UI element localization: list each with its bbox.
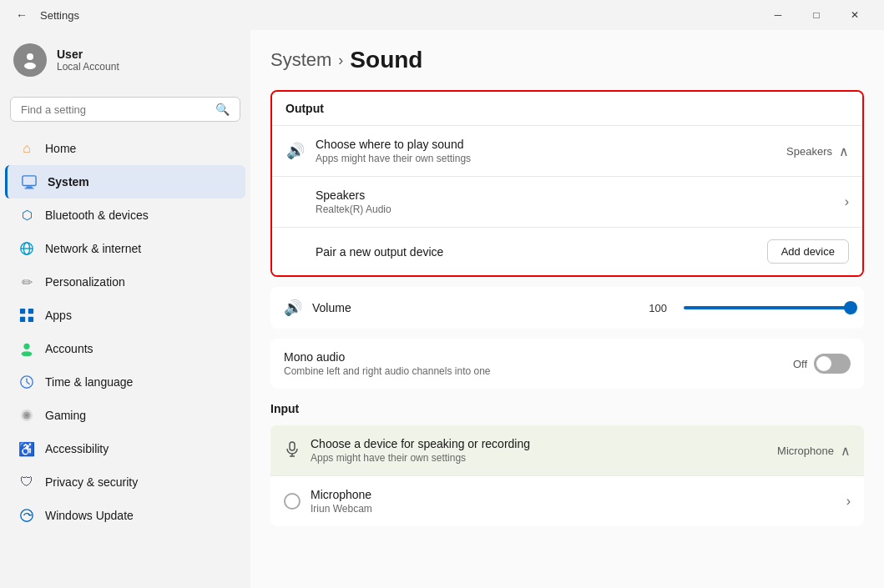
home-icon: ⌂: [18, 140, 35, 157]
breadcrumb-current: Sound: [350, 47, 422, 73]
svg-rect-11: [28, 317, 33, 322]
svg-line-16: [27, 382, 30, 384]
svg-rect-10: [20, 317, 25, 322]
mono-audio-section: Mono audio Combine left and right audio …: [270, 339, 864, 389]
svg-rect-4: [25, 188, 34, 188]
mic-circle-icon: [284, 493, 301, 510]
gaming-icon: [18, 407, 35, 424]
time-icon: [18, 374, 35, 390]
svg-point-0: [27, 53, 33, 60]
sidebar-label-accessibility: Accessibility: [45, 442, 109, 455]
volume-icon: 🔊: [284, 299, 302, 317]
search-icon: 🔍: [215, 103, 230, 116]
sidebar-item-accounts[interactable]: Accounts: [5, 332, 245, 365]
close-button[interactable]: ✕: [836, 2, 874, 28]
mono-toggle[interactable]: [814, 354, 851, 374]
volume-value: 100: [649, 302, 667, 314]
sidebar-item-privacy[interactable]: 🛡 Privacy & security: [5, 465, 245, 499]
speakers-row[interactable]: Speakers Realtek(R) Audio ›: [272, 176, 862, 227]
choose-input-title: Choose a device for speaking or recordin…: [311, 437, 767, 450]
sidebar-label-bluetooth: Bluetooth & devices: [45, 209, 149, 222]
sidebar-item-personalization[interactable]: ✏ Personalization: [5, 265, 245, 299]
volume-slider-thumb[interactable]: [844, 301, 857, 314]
sidebar-item-network[interactable]: Network & internet: [5, 232, 245, 265]
sidebar-label-home: Home: [45, 142, 76, 155]
app-layout: User Local Account 🔍 ⌂ Home: [0, 30, 884, 588]
sidebar-label-accounts: Accounts: [45, 342, 93, 355]
search-box[interactable]: 🔍: [10, 97, 240, 122]
pair-output-text: Pair a new output device: [316, 245, 757, 259]
current-input-device: Microphone: [777, 445, 834, 457]
choose-input-subtitle: Apps might have their own settings: [311, 452, 767, 464]
microphone-row[interactable]: Microphone Iriun Webcam ›: [270, 475, 864, 526]
sidebar-label-time: Time & language: [45, 375, 133, 389]
output-section-header: Output: [272, 92, 862, 125]
sidebar-label-update: Windows Update: [45, 509, 134, 522]
sidebar-nav: ⌂ Home System ⬡ Bluetooth & devices: [0, 132, 250, 532]
back-button[interactable]: ←: [10, 3, 33, 27]
speakers-subtitle: Realtek(R) Audio: [316, 204, 835, 215]
avatar: [13, 43, 47, 77]
input-section: Choose a device for speaking or recordin…: [270, 425, 864, 526]
bluetooth-icon: ⬡: [18, 207, 35, 224]
breadcrumb-arrow: ›: [338, 52, 343, 69]
microphone-title: Microphone: [311, 488, 836, 501]
pair-output-row: Pair a new output device Add device: [272, 227, 862, 275]
sidebar-item-apps[interactable]: Apps: [5, 299, 245, 332]
svg-point-19: [25, 414, 28, 417]
titlebar-title: Settings: [40, 9, 79, 22]
chevron-up-icon: ∧: [839, 143, 849, 159]
chevron-up-input-icon: ∧: [841, 443, 851, 459]
sidebar-item-gaming[interactable]: Gaming: [5, 399, 245, 432]
mono-subtitle: Combine left and right audio channels in…: [284, 365, 783, 377]
microphone-subtitle: Iriun Webcam: [311, 503, 836, 515]
user-name: User: [57, 48, 119, 61]
search-input[interactable]: [21, 103, 209, 116]
sidebar-item-home[interactable]: ⌂ Home: [5, 132, 245, 165]
speakers-text: Speakers Realtek(R) Audio: [316, 188, 835, 215]
speakers-title: Speakers: [316, 188, 835, 202]
microphone-icon: [284, 440, 301, 461]
sidebar-label-system: System: [48, 175, 89, 188]
sidebar-item-bluetooth[interactable]: ⬡ Bluetooth & devices: [5, 199, 245, 232]
sidebar-label-apps: Apps: [45, 309, 72, 322]
titlebar: ← Settings ─ □ ✕: [0, 0, 884, 30]
sidebar-label-gaming: Gaming: [45, 409, 86, 422]
choose-input-right: Microphone ∧: [777, 443, 851, 459]
sidebar-label-network: Network & internet: [45, 242, 141, 255]
add-output-device-button[interactable]: Add device: [767, 239, 849, 264]
maximize-button[interactable]: □: [797, 2, 836, 28]
sidebar-item-system[interactable]: System: [5, 165, 245, 199]
breadcrumb: System › Sound: [270, 47, 864, 73]
volume-section: 🔊 Volume 100: [270, 287, 864, 329]
pair-output-label: Pair a new output device: [316, 245, 757, 259]
breadcrumb-system: System: [270, 49, 331, 71]
minimize-button[interactable]: ─: [759, 2, 797, 28]
input-section-label: Input: [270, 399, 864, 419]
mono-text: Mono audio Combine left and right audio …: [284, 350, 783, 377]
mono-toggle-knob: [816, 356, 831, 371]
choose-input-device-row[interactable]: Choose a device for speaking or recordin…: [270, 425, 864, 475]
system-icon: [21, 173, 38, 190]
accounts-icon: [18, 340, 35, 357]
sidebar-item-accessibility[interactable]: ♿ Accessibility: [5, 432, 245, 465]
mono-toggle-label: Off: [793, 358, 807, 370]
sidebar-item-update[interactable]: Windows Update: [5, 499, 245, 532]
sidebar: User Local Account 🔍 ⌂ Home: [0, 30, 250, 588]
sidebar-item-time[interactable]: Time & language: [5, 365, 245, 399]
choose-output-device-row[interactable]: 🔊 Choose where to play sound Apps might …: [272, 125, 862, 176]
svg-point-13: [22, 351, 33, 356]
sidebar-label-personalization: Personalization: [45, 275, 125, 289]
svg-rect-2: [23, 176, 36, 186]
accessibility-icon: ♿: [18, 440, 35, 457]
user-info: User Local Account: [57, 48, 119, 73]
apps-icon: [18, 307, 35, 324]
svg-point-12: [23, 344, 29, 349]
current-output-device: Speakers: [786, 145, 832, 158]
svg-rect-3: [26, 186, 32, 188]
mono-toggle-container: Off: [793, 354, 851, 374]
speaker-icon: 🔊: [285, 142, 306, 160]
volume-slider-container[interactable]: [684, 301, 851, 314]
update-icon: [18, 507, 35, 524]
user-profile[interactable]: User Local Account: [0, 30, 250, 90]
